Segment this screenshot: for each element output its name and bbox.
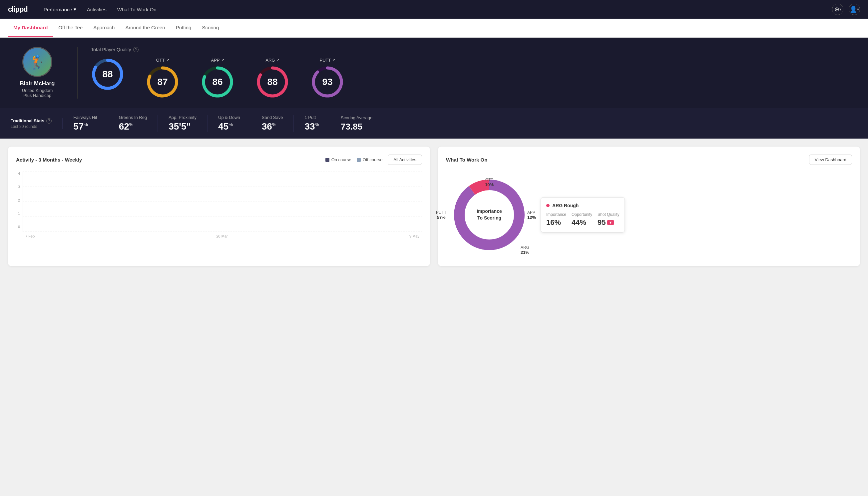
legend-on-course: On course — [326, 157, 351, 162]
gauge-label-app: APP ↗ — [211, 58, 224, 63]
tooltip-value-shot-quality: 95 ▼ — [598, 218, 619, 227]
stat-fairways-hit: Fairways Hit 57% — [63, 115, 108, 132]
hero-section: 🏌️ Blair McHarg United Kingdom Plus Hand… — [0, 37, 868, 108]
gauge-total: 88 — [91, 58, 135, 98]
player-info: 🏌️ Blair McHarg United Kingdom Plus Hand… — [11, 47, 64, 98]
user-button[interactable]: 👤 ▾ — [849, 4, 860, 15]
stat-app-proximity: App. Proximity 35'5" — [158, 115, 207, 132]
stat-label-greens: Greens In Reg — [119, 115, 147, 120]
gauge-circle-putt: 93 — [311, 65, 344, 98]
y-label-1: 1 — [18, 212, 20, 216]
traditional-stats-section: Traditional Stats ? Last 20 rounds Fairw… — [0, 108, 868, 139]
bar-chart: 4 3 2 1 0 — [16, 172, 422, 238]
nav-performance[interactable]: Performance ▾ — [44, 6, 76, 12]
gauge-circle-app: 86 — [201, 65, 234, 98]
tooltip-value-opportunity: 44% — [571, 218, 592, 227]
tooltip-card: ARG Rough Importance 16% Opportunity 44%… — [541, 197, 625, 233]
donut-label-ott: OTT 10% — [485, 177, 494, 187]
donut-chart: Importance To Scoring OTT 10% APP 12% AR… — [446, 172, 533, 258]
donut-label-app: APP 12% — [527, 210, 536, 220]
gauges: 88 OTT ↗ 87 — [91, 58, 857, 98]
stat-value-up-down: 45% — [218, 121, 240, 132]
quality-section: Total Player Quality ? 88 — [91, 47, 857, 98]
add-button[interactable]: ⊕ ▾ — [832, 4, 843, 15]
tab-my-dashboard[interactable]: My Dashboard — [8, 19, 53, 37]
gauge-value-app: 86 — [212, 77, 222, 87]
arrow-icon-arg: ↗ — [277, 58, 280, 62]
bottom-section: Activity - 3 Months - Weekly On course O… — [0, 139, 868, 274]
wtwo-title: What To Work On — [446, 157, 487, 162]
logo: clippd — [8, 5, 28, 14]
bars-container — [23, 172, 422, 232]
stat-label-1putt: 1 Putt — [304, 115, 319, 120]
tab-around-the-green[interactable]: Around the Green — [120, 19, 170, 37]
stat-value-1putt: 33% — [304, 121, 319, 132]
tooltip-dot — [546, 204, 550, 207]
tab-approach[interactable]: Approach — [88, 19, 120, 37]
quality-title: Total Player Quality ? — [91, 47, 857, 52]
gauge-value-putt: 93 — [322, 77, 332, 87]
stat-value-fairways: 57% — [73, 121, 97, 132]
gauge-circle-ott: 87 — [146, 65, 179, 98]
stat-scoring-avg: Scoring Average 73.85 — [330, 115, 383, 132]
tooltip-label-shot-quality: Shot Quality — [598, 212, 619, 217]
tooltip-title: ARG Rough — [546, 203, 619, 208]
tooltip-stat-importance: Importance 16% — [546, 212, 566, 227]
what-to-work-on-card: What To Work On View Dashboard — [438, 146, 860, 266]
stat-label-sand: Sand Save — [262, 115, 283, 120]
nav-what-to-work-on[interactable]: What To Work On — [117, 7, 157, 12]
help-icon[interactable]: ? — [133, 47, 139, 52]
arrow-icon-app: ↗ — [221, 58, 224, 62]
arrow-icon-putt: ↗ — [332, 58, 335, 62]
gauge-ott: OTT ↗ 87 — [135, 58, 190, 98]
trad-stats-help-icon[interactable]: ? — [46, 118, 52, 124]
player-name: Blair McHarg — [20, 80, 55, 87]
top-nav: clippd Performance ▾ Activities What To … — [0, 0, 868, 19]
arrow-icon-ott: ↗ — [166, 58, 169, 62]
stat-section-label: Traditional Stats — [11, 118, 44, 123]
player-country: United Kingdom — [22, 88, 53, 93]
view-dashboard-button[interactable]: View Dashboard — [809, 155, 852, 165]
nav-right: ⊕ ▾ 👤 ▾ — [832, 4, 860, 15]
gauge-arg: ARG ↗ 88 — [245, 58, 300, 98]
user-icon: 👤 — [850, 6, 857, 13]
tab-putting[interactable]: Putting — [171, 19, 197, 37]
x-label-may: 9 May — [409, 234, 419, 238]
stat-value-app-prox: 35'5" — [169, 121, 196, 132]
stat-value-greens: 62% — [119, 121, 147, 132]
stat-label-fairways: Fairways Hit — [73, 115, 97, 120]
all-activities-button[interactable]: All Activities — [388, 155, 422, 165]
gauge-app: APP ↗ 86 — [190, 58, 245, 98]
y-label-2: 2 — [18, 198, 20, 202]
wtwo-card-header: What To Work On View Dashboard — [446, 155, 852, 165]
gauge-label-putt: PUTT ↗ — [320, 58, 335, 63]
donut-label-arg: ARG 21% — [521, 245, 529, 255]
tab-scoring[interactable]: Scoring — [196, 19, 224, 37]
stat-1-putt: 1 Putt 33% — [294, 115, 330, 132]
avatar: 🏌️ — [22, 47, 52, 77]
donut-center: Importance To Scoring — [477, 208, 502, 221]
chevron-down-icon: ▾ — [74, 6, 76, 12]
donut-label-putt: PUTT 57% — [436, 210, 446, 220]
add-chevron: ▾ — [839, 7, 841, 12]
gauge-circle-total: 88 — [91, 58, 124, 91]
stat-value-scoring: 73.85 — [341, 122, 373, 132]
gauge-label-arg: ARG ↗ — [266, 58, 279, 63]
stat-up-down: Up & Down 45% — [207, 115, 251, 132]
stat-sand-save: Sand Save 36% — [251, 115, 294, 132]
nav-activities[interactable]: Activities — [87, 7, 107, 12]
stat-label-app-prox: App. Proximity — [169, 115, 196, 120]
tab-off-the-tee[interactable]: Off the Tee — [53, 19, 88, 37]
donut-center-text: Importance To Scoring — [477, 208, 502, 221]
tooltip-stats: Importance 16% Opportunity 44% Shot Qual… — [546, 212, 619, 227]
down-badge: ▼ — [607, 220, 614, 225]
gauge-label-ott: OTT ↗ — [156, 58, 169, 63]
gauge-value-ott: 87 — [157, 77, 168, 87]
tooltip-label-importance: Importance — [546, 212, 566, 217]
stat-sublabel: Last 20 rounds — [11, 124, 52, 129]
tooltip-value-importance: 16% — [546, 218, 566, 227]
x-axis: 7 Feb 28 Mar 9 May — [23, 232, 422, 238]
stat-label-scoring: Scoring Average — [341, 115, 373, 120]
gauge-circle-arg: 88 — [256, 65, 289, 98]
sub-nav: My Dashboard Off the Tee Approach Around… — [0, 19, 868, 37]
